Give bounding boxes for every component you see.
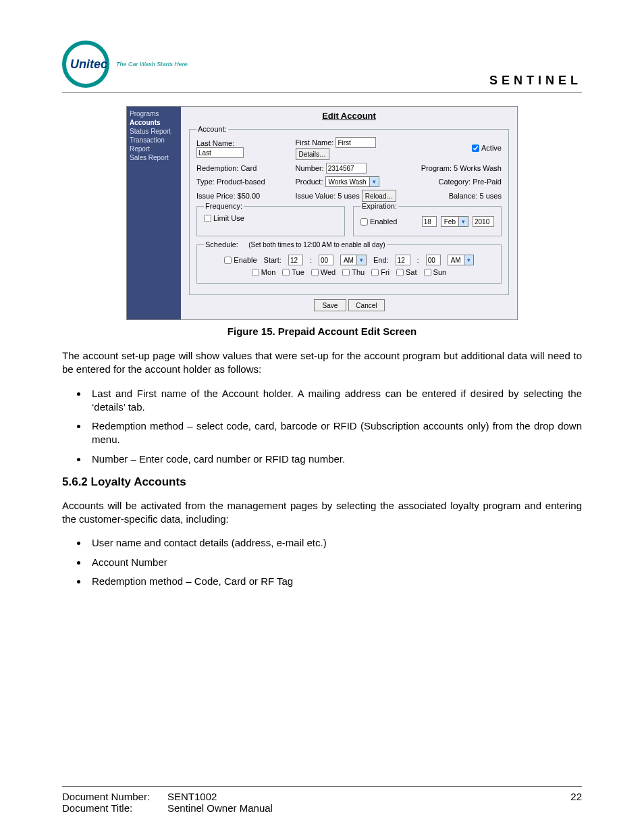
day-mon-checkbox[interactable]: Mon [252,268,275,276]
day-thu-checkbox[interactable]: Thu [342,268,365,276]
chevron-down-icon: ▾ [356,255,366,265]
number-block: Number: [296,163,411,174]
expiration-enabled-checkbox[interactable]: Enabled [360,217,397,226]
account-fieldset: Account: Last Name: First Name: Details… [189,125,509,295]
schedule-enable-checkbox[interactable]: Enable [224,256,257,264]
program-label: Program: 5 Works Wash [419,164,502,172]
expiration-year-input[interactable] [473,216,494,227]
list-item: Redemption method – Code, Card or RF Tag [88,575,582,588]
list-item: Last and First name of the Account holde… [88,387,582,415]
end-label: End: [373,256,389,264]
last-name-block: Last Name: [196,139,288,158]
start-hour-input[interactable] [288,255,303,265]
frequency-legend: Frequency: [204,202,244,210]
intro-paragraph: The account set-up page will show values… [62,349,582,377]
balance-label: Balance: 5 uses [419,192,502,200]
end-hour-input[interactable] [396,255,410,265]
logo-icon [62,41,109,88]
chevron-down-icon: ▾ [458,217,468,226]
product-label: Product: [296,178,323,186]
doc-number-value: SENT1002 [167,791,217,802]
limit-use-label: Limit Use [213,214,244,222]
product-block: Product: Works Wash ▾ [296,176,411,187]
logo: The Car Wash Starts Here. [62,41,189,88]
limit-use-input[interactable] [204,215,211,222]
issue-price-label: Issue Price: $50.00 [196,192,288,200]
active-checkbox[interactable]: Active [472,144,502,152]
start-ampm-select[interactable]: AM ▾ [340,255,367,265]
type-label: Type: Product-based [196,178,288,186]
schedule-fieldset: Schedule: (Set both times to 12:00 AM to… [196,240,502,284]
doc-title-label: Document Title: [62,802,163,814]
issue-value-block: Issue Value: 5 uses Reload… [296,190,411,202]
active-label: Active [481,144,502,152]
schedule-enable-input[interactable] [224,257,232,264]
reload-button[interactable]: Reload… [362,190,397,202]
page-footer: Document Number: SENT1002 22 Document Ti… [62,786,582,814]
page-number: 22 [570,791,582,802]
chevron-down-icon: ▾ [369,177,379,186]
issue-value-label: Issue Value: 5 uses [296,192,360,200]
number-input[interactable] [326,163,367,174]
save-button[interactable]: Save [314,299,347,311]
brand-title: SENTINEL [489,74,582,88]
sidebar-item-status-report[interactable]: Status Report [130,127,178,136]
list-item: User name and contact details (address, … [88,536,582,550]
start-min-input[interactable] [319,255,333,265]
active-checkbox-input[interactable] [472,145,479,152]
category-label: Category: Pre-Paid [419,178,502,186]
expiration-day-input[interactable] [422,216,437,227]
active-block: Active [419,144,502,153]
list-item: Number – Enter code, card number or RFID… [88,452,582,466]
day-sun-checkbox[interactable]: Sun [424,268,447,276]
logo-tagline: The Car Wash Starts Here. [116,61,189,68]
first-name-block: First Name: Details… [296,137,411,160]
edit-account-screenshot: Programs Accounts Status Report Transact… [126,106,518,320]
expiration-enabled-input[interactable] [360,218,368,226]
figure-caption: Figure 15. Prepaid Account Edit Screen [62,325,582,337]
bullet-list-2: User name and contact details (address, … [88,536,582,588]
product-select[interactable]: Works Wash ▾ [325,176,379,187]
details-button[interactable]: Details… [296,148,330,160]
sidebar-item-transaction-report[interactable]: Transaction Report [130,136,178,153]
loyalty-intro-paragraph: Accounts will be activated from the mana… [62,499,582,527]
panel-title: Edit Account [189,111,509,121]
edit-account-panel: Edit Account Account: Last Name: First N… [181,107,517,319]
schedule-enable-label: Enable [234,256,257,264]
expiration-fieldset: Expiration: Enabled Feb ▾ [353,202,502,236]
sidebar-item-accounts[interactable]: Accounts [130,118,178,127]
expiration-month-value: Feb [441,218,458,226]
schedule-legend: Schedule: (Set both times to 12:00 AM to… [204,240,387,249]
doc-title-value: Sentinel Owner Manual [167,802,273,814]
first-name-label: First Name: [296,138,334,147]
expiration-enabled-label: Enabled [370,217,397,226]
product-value: Works Wash [326,178,369,186]
day-wed-checkbox[interactable]: Wed [311,268,336,276]
sidebar-item-programs[interactable]: Programs [130,109,178,118]
last-name-label: Last Name: [196,139,288,147]
list-item: Redemption method – select code, card, b… [88,419,582,447]
chevron-down-icon: ▾ [464,255,473,265]
day-tue-checkbox[interactable]: Tue [282,268,304,276]
page-header: The Car Wash Starts Here. SENTINEL [62,41,582,93]
end-min-input[interactable] [426,255,441,265]
expiration-month-select[interactable]: Feb ▾ [441,216,468,227]
frequency-fieldset: Frequency: Limit Use [196,202,345,236]
end-ampm-select[interactable]: AM ▾ [448,255,474,265]
cancel-button[interactable]: Cancel [348,299,384,311]
bullet-list-1: Last and First name of the Account holde… [88,387,582,466]
day-sat-checkbox[interactable]: Sat [396,268,417,276]
first-name-input[interactable] [336,137,376,148]
start-label: Start: [264,256,281,264]
account-legend: Account: [196,125,228,133]
sidebar-item-sales-report[interactable]: Sales Report [130,153,178,162]
last-name-input[interactable] [196,147,244,158]
schedule-note: (Set both times to 12:00 AM to enable al… [248,241,385,249]
limit-use-checkbox[interactable]: Limit Use [204,214,244,222]
section-heading: 5.6.2 Loyalty Accounts [62,475,582,489]
expiration-legend: Expiration: [360,202,398,210]
day-fri-checkbox[interactable]: Fri [371,268,390,276]
sidebar: Programs Accounts Status Report Transact… [127,107,181,319]
doc-number-label: Document Number: [62,791,163,802]
number-label: Number: [296,164,324,172]
